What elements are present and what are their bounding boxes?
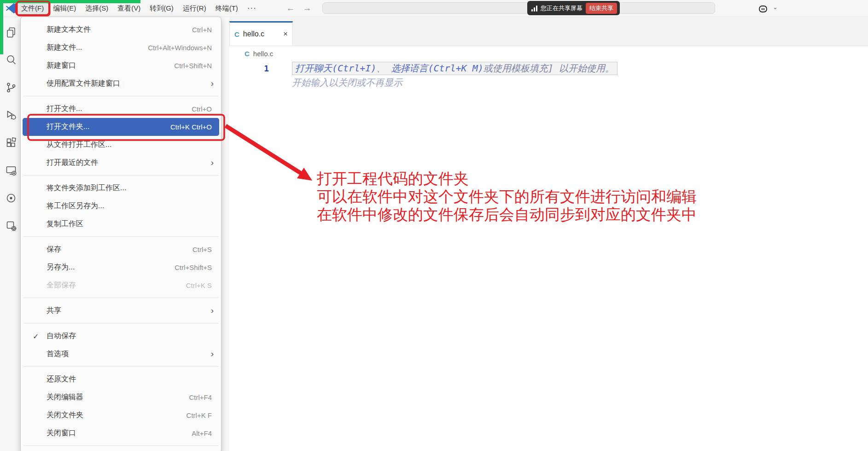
submenu-chevron-icon: › [211,157,214,167]
menu-item-new-window[interactable]: 新建窗口 Ctrl+Shift+N [23,57,219,75]
manage-settings-icon[interactable] [0,212,22,240]
c-file-icon: C [245,50,250,58]
menu-item-revert-file[interactable]: 还原文件 [23,370,219,388]
menu-separator [23,96,218,96]
tab-hello-c[interactable]: C hello.c × [229,21,293,46]
annotation-text: 打开工程代码的文件夹 可以在软件中对这个文件夹下的所有文件进行访问和编辑 在软件… [317,170,697,223]
code-editor[interactable]: 1 打开聊天(Ctrl+I)、 选择语言(Ctrl+K M)或使用模板填充] 以… [229,61,868,90]
menu-separator [23,323,218,323]
menu-item-add-folder-to-workspace[interactable]: 将文件夹添加到工作区... [23,179,219,197]
menu-item-duplicate-workspace[interactable]: 复制工作区 [23,215,219,233]
menu-item-close-folder[interactable]: 关闭文件夹 Ctrl+K F [23,406,219,424]
activity-bar [0,17,22,451]
search-icon[interactable] [0,46,22,74]
screen-share-banner: 您正在共享屏幕 结束共享 [527,1,620,15]
menu-item-open-file[interactable]: 打开文件... Ctrl+O [23,100,219,118]
menu-separator [23,236,218,237]
chevron-down-icon[interactable]: ⌄ [773,4,778,11]
tab-label: hello.c [243,30,264,38]
command-center-search[interactable] [322,2,715,14]
submenu-chevron-icon: › [211,348,214,358]
menu-file[interactable]: 文件(F) [17,2,48,14]
file-menu-popup: 新建文本文件 Ctrl+N 新建文件... Ctrl+Alt+Windows+N… [20,17,221,451]
menu-item-new-file[interactable]: 新建文件... Ctrl+Alt+Windows+N [23,39,219,57]
pick-language-link[interactable]: 选择语言(Ctrl+K M) [391,63,483,74]
menu-terminal[interactable]: 终端(T) [211,2,243,14]
menu-separator [23,298,218,298]
menu-item-new-window-with-profile[interactable]: 使用配置文件新建窗口 › [23,75,219,93]
back-arrow-icon[interactable]: ← [285,3,296,13]
submenu-chevron-icon: › [211,78,214,88]
source-control-icon[interactable] [0,74,22,101]
remote-explorer-icon[interactable] [0,157,22,184]
ghost-text: 开始输入以关闭或不再显示 [292,76,402,89]
run-and-debug-icon[interactable] [0,101,22,129]
c-file-icon: C [234,30,239,38]
code-line-2: 开始输入以关闭或不再显示 [229,76,868,90]
menu-selection[interactable]: 选择(S) [81,2,113,14]
menu-item-auto-save[interactable]: ✓ 自动保存 [23,327,219,345]
menu-separator [23,445,218,446]
screen-share-border-left [0,0,3,54]
signal-bars-icon [531,5,537,12]
menu-item-save[interactable]: 保存 Ctrl+S [23,240,219,258]
target-icon[interactable] [0,184,22,212]
menu-item-preferences[interactable]: 首选项 › [23,345,219,363]
stop-sharing-button[interactable]: 结束共享 [586,3,617,14]
forward-arrow-icon[interactable]: → [302,3,312,13]
menu-edit[interactable]: 编辑(E) [48,2,81,14]
share-status-text: 您正在共享屏幕 [541,4,583,12]
menu-item-close-editor[interactable]: 关闭编辑器 Ctrl+F4 [23,388,219,406]
code-line-1: 1 打开聊天(Ctrl+I)、 选择语言(Ctrl+K M)或使用模板填充] 以… [229,61,868,76]
menu-separator [23,175,218,176]
close-tab-icon[interactable]: × [283,29,288,39]
explorer-icon[interactable] [0,18,22,46]
menu-item-close-window[interactable]: 关闭窗口 Alt+F4 [23,424,219,442]
line-number: 1 [229,64,269,73]
menu-item-open-folder[interactable]: 打开文件夹... Ctrl+K Ctrl+O [23,118,219,136]
menu-run[interactable]: 运行(R) [178,2,211,14]
checkmark-icon: ✓ [33,332,39,340]
breadcrumb-file: hello.c [253,50,273,58]
menu-item-share[interactable]: 共享 › [23,302,219,320]
menu-item-save-as[interactable]: 另存为... Ctrl+Shift+S [23,258,219,276]
menu-view[interactable]: 查看(V) [113,2,145,14]
breadcrumb[interactable]: C hello.c [229,46,868,61]
menu-item-save-workspace-as[interactable]: 将工作区另存为... [23,197,219,215]
tab-bar: C hello.c × [229,17,868,46]
copilot-icon[interactable] [757,3,769,14]
open-chat-link[interactable]: 打开聊天(Ctrl+I) [295,63,376,74]
editor-group: C hello.c × C hello.c 1 打开聊天(Ctrl+I)、 选择… [229,17,868,451]
menu-overflow-icon[interactable]: ··· [243,4,261,13]
vscode-logo-icon [6,3,17,14]
menu-item-new-text-file[interactable]: 新建文本文件 Ctrl+N [23,21,219,39]
menu-go[interactable]: 转到(G) [145,2,178,14]
menu-separator [23,366,218,367]
screen-share-border-top [0,0,140,3]
menu-item-save-all: 全部保存 Ctrl+K S [23,276,219,294]
extensions-icon[interactable] [0,129,22,157]
menu-item-open-workspace-from-file[interactable]: 从文件打开工作区... [23,136,219,154]
submenu-chevron-icon: › [211,305,214,315]
editor-placeholder-hint: 打开聊天(Ctrl+I)、 选择语言(Ctrl+K M)或使用模板填充] 以开始… [292,62,618,75]
menu-item-open-recent[interactable]: 打开最近的文件 › [23,154,219,172]
